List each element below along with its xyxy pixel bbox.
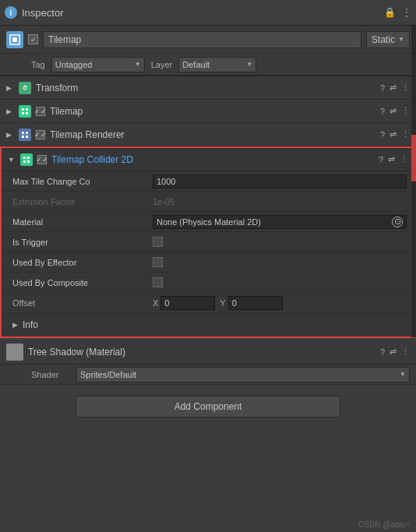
offset-label: Offset <box>12 298 153 308</box>
offset-x-input[interactable] <box>160 296 215 310</box>
tree-shadow-icon <box>6 344 23 361</box>
tilemap-icon <box>19 105 31 118</box>
tilemap-renderer-help-icon[interactable]: ? <box>380 130 385 139</box>
info-label: Info <box>23 319 38 330</box>
tilemap-collider-arrow-icon[interactable]: ▼ <box>8 156 16 164</box>
transform-label: Transform <box>36 83 375 93</box>
is-trigger-row: Is Trigger <box>2 232 414 252</box>
used-by-effector-label: Used By Effector <box>12 258 153 267</box>
extrusion-factor-row: Extrusion Factor 1e-05 <box>2 192 414 212</box>
static-chevron-icon: ▼ <box>398 36 404 43</box>
tilemap-enabled-checkbox[interactable]: ✓ <box>36 107 45 116</box>
tilemap-renderer-settings-icon[interactable]: ⇌ <box>390 129 397 139</box>
tilemap-arrow-icon[interactable]: ▶ <box>6 107 14 115</box>
is-trigger-label: Is Trigger <box>12 238 153 247</box>
svg-rect-9 <box>22 136 24 138</box>
extrusion-factor-value: 1e-05 <box>153 197 407 206</box>
lock-icon[interactable]: 🔒 <box>384 7 396 18</box>
object-row: Static ▼ <box>0 26 416 54</box>
offset-x-field: X <box>153 296 215 310</box>
svg-rect-14 <box>27 160 30 163</box>
tilemap-collider-header-row: ▼ ✓ Tilemap Collider 2D ? ⇌ ⋮ <box>2 148 414 171</box>
material-row: Material None (Physics Material 2D) ⊙ <box>2 212 414 232</box>
layer-label: Layer <box>151 60 173 69</box>
object-enabled-checkbox[interactable] <box>28 34 38 44</box>
tree-shadow-help-icon[interactable]: ? <box>380 347 385 357</box>
transform-menu-icon[interactable]: ⋮ <box>401 83 410 93</box>
tag-layer-row: Tag Untagged ▼ Layer Default ▼ <box>0 54 416 76</box>
extrusion-factor-label: Extrusion Factor <box>12 197 153 206</box>
tilemap-collider-enabled-checkbox[interactable]: ✓ <box>37 155 47 164</box>
transform-arrow-icon[interactable]: ▶ <box>6 84 14 92</box>
svg-rect-12 <box>27 157 30 159</box>
svg-rect-11 <box>23 157 26 159</box>
used-by-composite-label: Used By Composite <box>12 278 153 287</box>
offset-y-label: Y <box>220 298 225 308</box>
add-component-button[interactable]: Add Component <box>76 396 340 417</box>
add-component-area: Add Component <box>0 388 416 425</box>
offset-y-input[interactable] <box>228 296 283 310</box>
info-arrow-icon[interactable]: ▶ <box>12 321 18 329</box>
tilemap-help-icon[interactable]: ? <box>380 107 385 116</box>
inspector-title: Inspector <box>22 7 63 19</box>
tilemap-renderer-arrow-icon[interactable]: ▶ <box>6 131 14 139</box>
svg-rect-4 <box>26 108 28 111</box>
transform-component-row: ▶ Transform ? ⇌ ⋮ <box>0 76 416 100</box>
scrollbar-thumb[interactable] <box>411 135 416 181</box>
menu-icon[interactable]: ⋮ <box>402 7 411 18</box>
offset-x-label: X <box>153 298 158 308</box>
used-by-composite-row: Used By Composite <box>2 273 414 293</box>
max-tile-change-row: Max Tile Change Co <box>2 171 414 192</box>
max-tile-change-input[interactable] <box>153 174 407 188</box>
tilemap-settings-icon[interactable]: ⇌ <box>390 106 397 116</box>
shader-dropdown[interactable]: Sprites/Default ▼ <box>76 367 410 382</box>
is-trigger-checkbox[interactable] <box>153 237 163 247</box>
used-by-composite-checkbox[interactable] <box>153 277 163 287</box>
tree-shadow-menu-icon[interactable]: ⋮ <box>401 347 410 357</box>
tilemap-renderer-icon <box>19 129 31 141</box>
tilemap-menu-icon[interactable]: ⋮ <box>401 106 410 116</box>
offset-row: Offset X Y <box>2 293 414 313</box>
shader-row: Shader Sprites/Default ▼ <box>0 365 416 385</box>
transform-settings-icon[interactable]: ⇌ <box>390 83 397 93</box>
tilemap-collider-section: ▼ ✓ Tilemap Collider 2D ? ⇌ ⋮ Max Tile C… <box>0 146 416 338</box>
tag-dropdown[interactable]: Untagged ▼ <box>51 57 145 72</box>
watermark: CSDN @aqiu~ <box>358 520 410 529</box>
scrollbar[interactable] <box>411 26 416 337</box>
shader-label: Shader <box>31 370 70 379</box>
tilemap-collider-menu-icon[interactable]: ⋮ <box>400 154 408 164</box>
tree-shadow-settings-icon[interactable]: ⇌ <box>390 347 397 357</box>
tilemap-collider-settings-icon[interactable]: ⇌ <box>388 154 395 164</box>
shader-chevron-icon: ▼ <box>400 371 406 378</box>
svg-rect-7 <box>22 132 24 134</box>
svg-rect-3 <box>22 108 24 111</box>
svg-point-2 <box>23 86 26 90</box>
object-name-input[interactable] <box>43 31 361 48</box>
tilemap-collider-label: Tilemap Collider 2D <box>51 154 374 165</box>
tilemap-collider-help-icon[interactable]: ? <box>379 155 383 164</box>
tree-shadow-label: Tree Shadow (Material) <box>28 347 375 358</box>
tilemap-renderer-enabled-checkbox[interactable]: ✓ <box>36 130 45 139</box>
material-field[interactable]: None (Physics Material 2D) ⊙ <box>153 215 407 229</box>
svg-rect-8 <box>26 132 28 134</box>
static-button[interactable]: Static ▼ <box>366 31 410 48</box>
tag-label: Tag <box>31 60 45 69</box>
transform-help-icon[interactable]: ? <box>380 83 385 93</box>
inspector-icon: i <box>5 6 17 19</box>
offset-y-field: Y <box>220 296 282 310</box>
tilemap-renderer-label: Tilemap Renderer <box>50 129 375 140</box>
used-by-effector-checkbox[interactable] <box>153 257 163 267</box>
layer-dropdown[interactable]: Default ▼ <box>178 57 256 72</box>
material-picker-icon[interactable]: ⊙ <box>392 217 403 227</box>
tilemap-renderer-menu-icon[interactable]: ⋮ <box>401 129 410 139</box>
tilemap-renderer-component-row: ▶ ✓ Tilemap Renderer ? ⇌ ⋮ <box>0 123 416 146</box>
tilemap-component-row: ▶ ✓ Tilemap ? ⇌ ⋮ <box>0 100 416 123</box>
inspector-title-bar: i Inspector 🔒 ⋮ <box>0 0 416 26</box>
layer-chevron-icon: ▼ <box>246 61 252 68</box>
info-row: ▶ Info <box>2 313 414 336</box>
offset-fields: X Y <box>153 296 283 310</box>
svg-rect-13 <box>23 160 26 163</box>
svg-rect-6 <box>26 112 28 115</box>
tilemap-label: Tilemap <box>50 106 375 117</box>
transform-icon <box>19 82 31 94</box>
